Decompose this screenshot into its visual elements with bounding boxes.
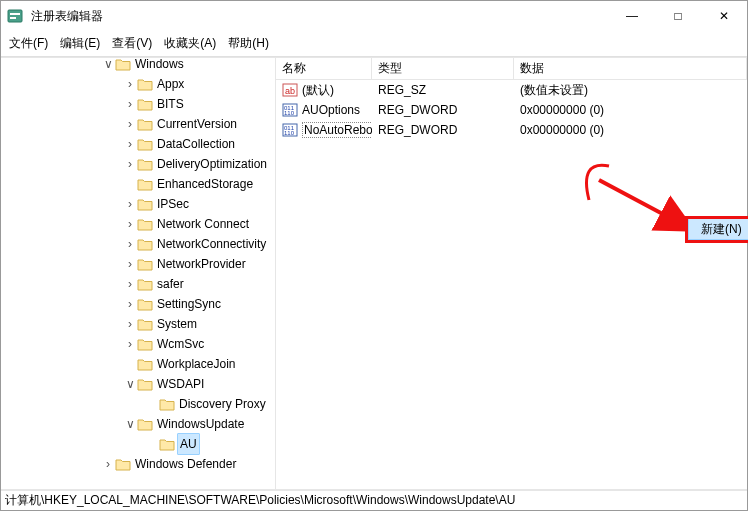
tree-item[interactable]: AU [1, 434, 275, 454]
tree-item[interactable]: ›BITS [1, 94, 275, 114]
tree-item[interactable]: ›IPSec [1, 194, 275, 214]
caret-down-icon[interactable]: ∨ [123, 374, 137, 394]
tree-item-label: SettingSync [157, 294, 221, 314]
caret-right-icon[interactable]: › [123, 114, 137, 134]
caret-right-icon[interactable]: › [123, 214, 137, 234]
tree-item[interactable]: ›NetworkConnectivity [1, 234, 275, 254]
tree-item[interactable]: EnhancedStorage [1, 174, 275, 194]
svg-rect-1 [10, 13, 20, 15]
caret-right-icon[interactable]: › [123, 274, 137, 294]
tree-item-label: NetworkConnectivity [157, 234, 266, 254]
value-type: REG_DWORD [372, 103, 514, 117]
caret-right-icon[interactable]: › [123, 314, 137, 334]
caret-right-icon[interactable]: › [123, 94, 137, 114]
folder-icon [137, 237, 153, 251]
caret-right-icon[interactable]: › [123, 294, 137, 314]
tree-item-label: Network Connect [157, 214, 249, 234]
menu-view[interactable]: 查看(V) [112, 35, 152, 52]
tree-item-label: BITS [157, 94, 184, 114]
value-data: 0x00000000 (0) [514, 123, 747, 137]
tree-item-label: System [157, 314, 197, 334]
svg-text:ab: ab [285, 86, 295, 96]
caret-right-icon[interactable]: › [123, 234, 137, 254]
folder-icon [159, 437, 175, 451]
string-value-icon: ab [282, 82, 298, 98]
tree-item[interactable]: ›DeliveryOptimization [1, 154, 275, 174]
tree-item[interactable]: ›DataCollection [1, 134, 275, 154]
tree-item-label: Windows Defender [135, 454, 236, 474]
tree-item[interactable]: ›Network Connect [1, 214, 275, 234]
tree-item-label: DeliveryOptimization [157, 154, 267, 174]
folder-icon [137, 197, 153, 211]
caret-right-icon[interactable]: › [123, 334, 137, 354]
caret-down-icon[interactable]: ∨ [123, 414, 137, 434]
menu-favorites[interactable]: 收藏夹(A) [164, 35, 216, 52]
folder-icon [137, 157, 153, 171]
caret-right-icon[interactable]: › [123, 254, 137, 274]
value-data: (数值未设置) [514, 82, 747, 99]
menu-help[interactable]: 帮助(H) [228, 35, 269, 52]
tree-item-label: IPSec [157, 194, 189, 214]
title-bar: 注册表编辑器 — □ ✕ [1, 1, 747, 31]
tree-item-label: WcmSvc [157, 334, 204, 354]
context-submenu-new-label: 新建(N) [701, 221, 742, 238]
tree-item[interactable]: ›CurrentVersion [1, 114, 275, 134]
tree-item[interactable]: ∨WSDAPI [1, 374, 275, 394]
value-name: (默认) [302, 82, 334, 99]
caret-right-icon[interactable]: › [123, 74, 137, 94]
tree-item-label: DataCollection [157, 134, 235, 154]
folder-icon [137, 377, 153, 391]
caret-right-icon[interactable]: › [123, 154, 137, 174]
col-type[interactable]: 类型 [372, 58, 514, 79]
folder-icon [137, 97, 153, 111]
value-data: 0x00000000 (0) [514, 103, 747, 117]
context-submenu-new[interactable]: 新建(N) › [688, 218, 748, 240]
dword-value-icon: 011110 [282, 102, 298, 118]
tree-item[interactable]: ∨Windows [1, 58, 275, 74]
folder-icon [137, 297, 153, 311]
tree-item[interactable]: ›WcmSvc [1, 334, 275, 354]
caret-right-icon[interactable]: › [123, 194, 137, 214]
folder-icon [137, 337, 153, 351]
tree-item-label: CurrentVersion [157, 114, 237, 134]
list-header: 名称 类型 数据 [276, 58, 747, 80]
tree-pane[interactable]: ∨Windows›Appx›BITS›CurrentVersion›DataCo… [1, 58, 276, 489]
col-data[interactable]: 数据 [514, 58, 747, 79]
value-type: REG_SZ [372, 83, 514, 97]
tree-item-label: safer [157, 274, 184, 294]
window-buttons: — □ ✕ [609, 1, 747, 31]
tree-item-label: WindowsUpdate [157, 414, 244, 434]
tree-item-label: WSDAPI [157, 374, 204, 394]
tree-item[interactable]: ›NetworkProvider [1, 254, 275, 274]
tree-item[interactable]: ∨WindowsUpdate [1, 414, 275, 434]
list-row[interactable]: 011110NoAutoReboo...REG_DWORD0x00000000 … [276, 120, 747, 140]
col-name[interactable]: 名称 [276, 58, 372, 79]
list-pane[interactable]: 名称 类型 数据 ab(默认)REG_SZ(数值未设置)011110AUOpti… [276, 58, 747, 489]
close-button[interactable]: ✕ [701, 1, 747, 31]
tree-item[interactable]: ›SettingSync [1, 294, 275, 314]
list-row[interactable]: 011110AUOptionsREG_DWORD0x00000000 (0) [276, 100, 747, 120]
caret-right-icon[interactable]: › [123, 134, 137, 154]
folder-icon [137, 217, 153, 231]
tree-item[interactable]: ›safer [1, 274, 275, 294]
tree-item[interactable]: ›Windows Defender [1, 454, 275, 474]
folder-icon [115, 58, 131, 71]
folder-icon [137, 137, 153, 151]
folder-icon [137, 357, 153, 371]
maximize-button[interactable]: □ [655, 1, 701, 31]
annotation-highlight-new [685, 216, 748, 243]
tree-item-label: EnhancedStorage [157, 174, 253, 194]
caret-down-icon[interactable]: ∨ [101, 58, 115, 74]
tree-item[interactable]: WorkplaceJoin [1, 354, 275, 374]
folder-icon [137, 77, 153, 91]
menu-file[interactable]: 文件(F) [9, 35, 48, 52]
list-row[interactable]: ab(默认)REG_SZ(数值未设置) [276, 80, 747, 100]
tree-item[interactable]: ›System [1, 314, 275, 334]
minimize-button[interactable]: — [609, 1, 655, 31]
menu-edit[interactable]: 编辑(E) [60, 35, 100, 52]
caret-right-icon[interactable]: › [101, 454, 115, 474]
tree-item[interactable]: ›Appx [1, 74, 275, 94]
svg-text:110: 110 [284, 110, 295, 116]
tree-item[interactable]: Discovery Proxy [1, 394, 275, 414]
folder-icon [137, 417, 153, 431]
